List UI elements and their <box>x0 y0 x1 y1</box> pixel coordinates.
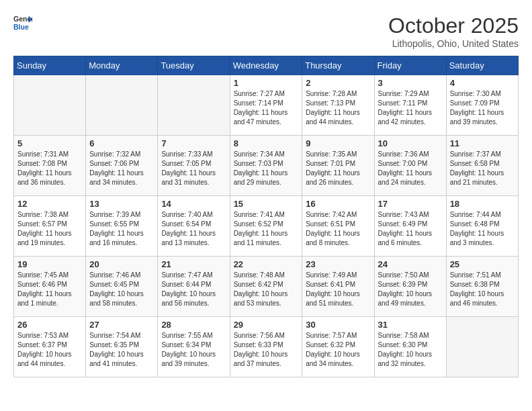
day-number: 29 <box>234 320 299 330</box>
day-number: 7 <box>161 138 226 148</box>
day-number: 2 <box>306 78 370 88</box>
day-number: 28 <box>161 320 226 330</box>
calendar-week-row: 1Sunrise: 7:27 AM Sunset: 7:14 PM Daylig… <box>14 75 519 136</box>
day-number: 8 <box>234 138 299 148</box>
calendar-cell: 29Sunrise: 7:56 AM Sunset: 6:33 PM Dayli… <box>230 317 302 377</box>
cell-content: Sunrise: 7:48 AM Sunset: 6:42 PM Dayligh… <box>234 271 299 308</box>
cell-content: Sunrise: 7:54 AM Sunset: 6:35 PM Dayligh… <box>89 331 154 369</box>
page-header: General Blue October 2025 Lithopolis, Oh… <box>13 13 519 49</box>
cell-content: Sunrise: 7:53 AM Sunset: 6:37 PM Dayligh… <box>17 331 82 369</box>
calendar-cell: 5Sunrise: 7:31 AM Sunset: 7:08 PM Daylig… <box>14 136 86 196</box>
calendar-cell: 31Sunrise: 7:58 AM Sunset: 6:30 PM Dayli… <box>374 317 446 377</box>
day-number: 14 <box>161 199 226 209</box>
cell-content: Sunrise: 7:39 AM Sunset: 6:55 PM Dayligh… <box>89 210 154 248</box>
cell-content: Sunrise: 7:43 AM Sunset: 6:49 PM Dayligh… <box>378 210 443 248</box>
calendar-cell: 22Sunrise: 7:48 AM Sunset: 6:42 PM Dayli… <box>230 257 302 317</box>
logo: General Blue <box>13 13 32 32</box>
calendar-cell: 9Sunrise: 7:35 AM Sunset: 7:01 PM Daylig… <box>302 136 374 196</box>
day-number: 3 <box>378 78 443 88</box>
day-number: 21 <box>161 259 226 269</box>
calendar-week-row: 26Sunrise: 7:53 AM Sunset: 6:37 PM Dayli… <box>14 317 519 377</box>
calendar-cell <box>158 75 230 136</box>
calendar-cell: 30Sunrise: 7:57 AM Sunset: 6:32 PM Dayli… <box>302 317 374 377</box>
weekday-header: Friday <box>374 56 446 75</box>
calendar-cell: 25Sunrise: 7:51 AM Sunset: 6:38 PM Dayli… <box>446 257 518 317</box>
cell-content: Sunrise: 7:41 AM Sunset: 6:52 PM Dayligh… <box>234 210 299 248</box>
cell-content: Sunrise: 7:56 AM Sunset: 6:33 PM Dayligh… <box>234 331 299 369</box>
cell-content: Sunrise: 7:35 AM Sunset: 7:01 PM Dayligh… <box>306 150 370 187</box>
calendar-week-row: 5Sunrise: 7:31 AM Sunset: 7:08 PM Daylig… <box>14 136 519 196</box>
day-number: 24 <box>378 259 443 269</box>
day-number: 27 <box>89 320 154 330</box>
weekday-header: Saturday <box>446 56 518 75</box>
calendar-cell: 13Sunrise: 7:39 AM Sunset: 6:55 PM Dayli… <box>86 196 158 257</box>
cell-content: Sunrise: 7:32 AM Sunset: 7:06 PM Dayligh… <box>89 150 154 187</box>
calendar-cell: 4Sunrise: 7:30 AM Sunset: 7:09 PM Daylig… <box>446 75 518 136</box>
calendar-cell: 3Sunrise: 7:29 AM Sunset: 7:11 PM Daylig… <box>374 75 446 136</box>
day-number: 5 <box>17 138 82 148</box>
title-block: October 2025 Lithopolis, Ohio, United St… <box>388 13 519 49</box>
day-number: 10 <box>378 138 443 148</box>
calendar-cell: 28Sunrise: 7:55 AM Sunset: 6:34 PM Dayli… <box>158 317 230 377</box>
calendar-cell: 7Sunrise: 7:33 AM Sunset: 7:05 PM Daylig… <box>158 136 230 196</box>
day-number: 9 <box>306 138 370 148</box>
calendar-cell: 2Sunrise: 7:28 AM Sunset: 7:13 PM Daylig… <box>302 75 374 136</box>
calendar-cell: 8Sunrise: 7:34 AM Sunset: 7:03 PM Daylig… <box>230 136 302 196</box>
logo-icon: General Blue <box>13 13 32 32</box>
cell-content: Sunrise: 7:27 AM Sunset: 7:14 PM Dayligh… <box>234 89 299 127</box>
calendar-cell: 6Sunrise: 7:32 AM Sunset: 7:06 PM Daylig… <box>86 136 158 196</box>
calendar-cell: 11Sunrise: 7:37 AM Sunset: 6:58 PM Dayli… <box>446 136 518 196</box>
calendar-cell <box>14 75 86 136</box>
cell-content: Sunrise: 7:58 AM Sunset: 6:30 PM Dayligh… <box>378 331 443 369</box>
calendar-cell: 26Sunrise: 7:53 AM Sunset: 6:37 PM Dayli… <box>14 317 86 377</box>
location: Lithopolis, Ohio, United States <box>388 38 519 49</box>
day-number: 22 <box>234 259 299 269</box>
day-number: 30 <box>306 320 370 330</box>
cell-content: Sunrise: 7:55 AM Sunset: 6:34 PM Dayligh… <box>161 331 226 369</box>
day-number: 25 <box>450 259 515 269</box>
day-number: 18 <box>450 199 515 209</box>
weekday-header: Tuesday <box>158 56 230 75</box>
cell-content: Sunrise: 7:28 AM Sunset: 7:13 PM Dayligh… <box>306 89 370 127</box>
weekday-header: Monday <box>86 56 158 75</box>
cell-content: Sunrise: 7:36 AM Sunset: 7:00 PM Dayligh… <box>378 150 443 187</box>
weekday-header: Wednesday <box>230 56 302 75</box>
calendar-cell: 21Sunrise: 7:47 AM Sunset: 6:44 PM Dayli… <box>158 257 230 317</box>
calendar-cell: 19Sunrise: 7:45 AM Sunset: 6:46 PM Dayli… <box>14 257 86 317</box>
weekday-header-row: SundayMondayTuesdayWednesdayThursdayFrid… <box>14 56 519 75</box>
cell-content: Sunrise: 7:29 AM Sunset: 7:11 PM Dayligh… <box>378 89 443 127</box>
calendar-week-row: 12Sunrise: 7:38 AM Sunset: 6:57 PM Dayli… <box>14 196 519 257</box>
day-number: 1 <box>234 78 299 88</box>
calendar-cell: 14Sunrise: 7:40 AM Sunset: 6:54 PM Dayli… <box>158 196 230 257</box>
day-number: 16 <box>306 199 370 209</box>
cell-content: Sunrise: 7:42 AM Sunset: 6:51 PM Dayligh… <box>306 210 370 248</box>
cell-content: Sunrise: 7:33 AM Sunset: 7:05 PM Dayligh… <box>161 150 226 187</box>
calendar-cell: 16Sunrise: 7:42 AM Sunset: 6:51 PM Dayli… <box>302 196 374 257</box>
calendar-table: SundayMondayTuesdayWednesdayThursdayFrid… <box>13 56 519 377</box>
cell-content: Sunrise: 7:38 AM Sunset: 6:57 PM Dayligh… <box>17 210 82 248</box>
day-number: 17 <box>378 199 443 209</box>
weekday-header: Sunday <box>14 56 86 75</box>
day-number: 6 <box>89 138 154 148</box>
weekday-header: Thursday <box>302 56 374 75</box>
cell-content: Sunrise: 7:57 AM Sunset: 6:32 PM Dayligh… <box>306 331 370 369</box>
calendar-cell <box>446 317 518 377</box>
calendar-cell: 10Sunrise: 7:36 AM Sunset: 7:00 PM Dayli… <box>374 136 446 196</box>
cell-content: Sunrise: 7:49 AM Sunset: 6:41 PM Dayligh… <box>306 271 370 308</box>
day-number: 20 <box>89 259 154 269</box>
cell-content: Sunrise: 7:37 AM Sunset: 6:58 PM Dayligh… <box>450 150 515 187</box>
cell-content: Sunrise: 7:30 AM Sunset: 7:09 PM Dayligh… <box>450 89 515 127</box>
day-number: 12 <box>17 199 82 209</box>
cell-content: Sunrise: 7:31 AM Sunset: 7:08 PM Dayligh… <box>17 150 82 187</box>
day-number: 23 <box>306 259 370 269</box>
cell-content: Sunrise: 7:46 AM Sunset: 6:45 PM Dayligh… <box>89 271 154 308</box>
cell-content: Sunrise: 7:51 AM Sunset: 6:38 PM Dayligh… <box>450 271 515 308</box>
cell-content: Sunrise: 7:50 AM Sunset: 6:39 PM Dayligh… <box>378 271 443 308</box>
calendar-cell <box>86 75 158 136</box>
cell-content: Sunrise: 7:45 AM Sunset: 6:46 PM Dayligh… <box>17 271 82 308</box>
cell-content: Sunrise: 7:44 AM Sunset: 6:48 PM Dayligh… <box>450 210 515 248</box>
calendar-cell: 24Sunrise: 7:50 AM Sunset: 6:39 PM Dayli… <box>374 257 446 317</box>
calendar-week-row: 19Sunrise: 7:45 AM Sunset: 6:46 PM Dayli… <box>14 257 519 317</box>
cell-content: Sunrise: 7:40 AM Sunset: 6:54 PM Dayligh… <box>161 210 226 248</box>
day-number: 4 <box>450 78 515 88</box>
